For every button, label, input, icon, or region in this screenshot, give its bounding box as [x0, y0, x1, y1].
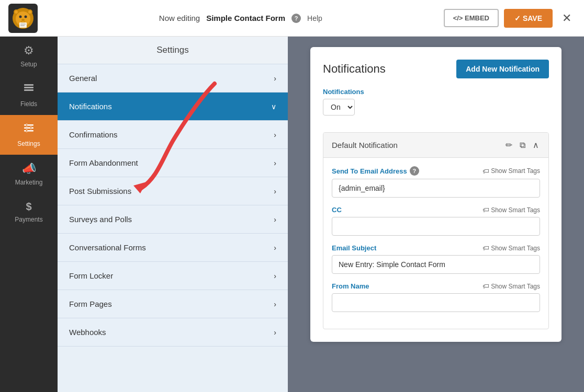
menu-item-surveys-polls[interactable]: Surveys and Polls ›: [58, 205, 288, 234]
top-bar: Now editing Simple Contact Form ? Help <…: [0, 0, 584, 37]
sidebar-item-marketing[interactable]: 📣 Marketing: [0, 155, 58, 193]
collapse-notification-button[interactable]: ∧: [532, 139, 540, 151]
copy-icon: ⧉: [520, 141, 525, 149]
sidebar-item-payments-label: Payments: [15, 216, 42, 223]
menu-item-notifications[interactable]: Notifications ∨: [58, 93, 288, 121]
menu-item-webhooks[interactable]: Webhooks ›: [58, 318, 288, 347]
webhooks-label: Webhooks: [69, 328, 106, 337]
cc-input[interactable]: [332, 217, 540, 236]
save-button[interactable]: ✓ SAVE: [504, 9, 553, 28]
send-to-email-help-icon[interactable]: ?: [410, 166, 419, 176]
general-menu-item[interactable]: General ›: [58, 64, 288, 92]
copy-notification-button[interactable]: ⧉: [519, 140, 526, 151]
svg-point-7: [25, 15, 27, 18]
form-name: Simple Contact Form: [206, 14, 285, 22]
sidebar-item-settings[interactable]: Settings: [0, 115, 58, 155]
form-pages-menu-item[interactable]: Form Pages ›: [58, 290, 288, 318]
svg-point-19: [30, 127, 32, 129]
form-pages-chevron: ›: [274, 300, 276, 308]
general-chevron: ›: [274, 74, 276, 83]
confirmations-menu-item[interactable]: Confirmations ›: [58, 121, 288, 148]
form-abandonment-label: Form Abandonment: [69, 158, 138, 167]
svg-point-3: [15, 10, 18, 14]
conversational-forms-menu-item[interactable]: Conversational Forms ›: [58, 234, 288, 261]
svg-point-4: [28, 10, 31, 14]
form-abandonment-chevron: ›: [274, 159, 276, 167]
surveys-polls-menu-item[interactable]: Surveys and Polls ›: [58, 205, 288, 233]
settings-panel: Settings General › Notifications ∨ Confi…: [58, 37, 288, 392]
cc-smart-tags[interactable]: 🏷 Show Smart Tags: [482, 206, 540, 214]
sidebar-item-settings-label: Settings: [17, 140, 40, 147]
add-notification-button[interactable]: Add New Notification: [456, 60, 549, 78]
setup-icon: ⚙: [24, 44, 34, 57]
edit-icon: ✏: [506, 141, 512, 149]
menu-item-form-pages[interactable]: Form Pages ›: [58, 290, 288, 318]
default-notification-box: Default Notification ✏ ⧉ ∧: [323, 132, 549, 329]
sidebar-item-setup[interactable]: ⚙ Setup: [0, 37, 58, 75]
email-subject-field: Email Subject 🏷 Show Smart Tags: [332, 244, 540, 274]
default-notification-header: Default Notification ✏ ⧉ ∧: [323, 133, 548, 158]
default-notification-body: Send To Email Address ? 🏷 Show Smart Tag…: [323, 158, 548, 329]
settings-title: Settings: [58, 37, 288, 64]
post-submissions-label: Post Submissions: [69, 187, 131, 195]
close-button[interactable]: ✕: [558, 9, 576, 27]
main-layout: ⚙ Setup Fields: [0, 37, 584, 392]
svg-point-20: [26, 130, 28, 132]
general-label: General: [69, 74, 97, 83]
menu-item-conversational-forms[interactable]: Conversational Forms ›: [58, 234, 288, 262]
tag-icon-1: 🏷: [482, 167, 489, 175]
email-subject-smart-tags[interactable]: 🏷 Show Smart Tags: [482, 244, 540, 252]
notifications-field-label: Notifications: [323, 88, 549, 96]
from-name-label: From Name: [332, 282, 369, 290]
menu-item-post-submissions[interactable]: Post Submissions ›: [58, 177, 288, 205]
embed-button[interactable]: </> EMBED: [444, 9, 499, 27]
help-link[interactable]: Help: [307, 14, 322, 22]
from-name-field: From Name 🏷 Show Smart Tags: [332, 282, 540, 312]
menu-item-confirmations[interactable]: Confirmations ›: [58, 121, 288, 149]
menu-item-general[interactable]: General ›: [58, 64, 288, 93]
form-locker-menu-item[interactable]: Form Locker ›: [58, 262, 288, 290]
send-to-email-smart-tags[interactable]: 🏷 Show Smart Tags: [482, 167, 540, 175]
from-name-header: From Name 🏷 Show Smart Tags: [332, 282, 540, 290]
payments-icon: $: [26, 201, 31, 213]
svg-rect-9: [19, 22, 27, 28]
notifications-toggle-field: Notifications On Off: [323, 88, 549, 124]
svg-point-8: [21, 19, 25, 21]
sidebar-item-fields[interactable]: Fields: [0, 75, 58, 115]
svg-rect-13: [24, 87, 33, 88]
menu-item-form-locker[interactable]: Form Locker ›: [58, 262, 288, 290]
logo: [8, 4, 38, 33]
close-icon: ✕: [562, 11, 571, 25]
notification-header-actions: ✏ ⧉ ∧: [504, 139, 540, 151]
embed-label: </> EMBED: [453, 14, 489, 22]
from-name-input[interactable]: [332, 293, 540, 312]
notifications-card: Notifications Add New Notification Notif…: [310, 47, 561, 342]
help-icon[interactable]: ?: [291, 14, 301, 23]
from-name-smart-tags[interactable]: 🏷 Show Smart Tags: [482, 282, 540, 290]
webhooks-menu-item[interactable]: Webhooks ›: [58, 318, 288, 346]
sidebar-item-fields-label: Fields: [20, 100, 37, 108]
send-to-email-field: Send To Email Address ? 🏷 Show Smart Tag…: [332, 166, 540, 198]
edit-notification-button[interactable]: ✏: [504, 139, 513, 151]
content-area: Notifications Add New Notification Notif…: [288, 37, 584, 392]
notifications-menu-item[interactable]: Notifications ∨: [58, 93, 288, 120]
email-subject-header: Email Subject 🏷 Show Smart Tags: [332, 244, 540, 252]
notifications-chevron: ∨: [271, 102, 276, 111]
conversational-forms-label: Conversational Forms: [69, 243, 146, 252]
webhooks-chevron: ›: [274, 328, 276, 337]
editing-info: Now editing Simple Contact Form ? Help: [38, 14, 444, 23]
send-to-email-input[interactable]: [332, 179, 540, 198]
email-subject-input[interactable]: [332, 255, 540, 274]
notifications-select[interactable]: On Off: [323, 99, 355, 116]
tag-icon-4: 🏷: [482, 282, 489, 290]
card-header: Notifications Add New Notification: [323, 60, 549, 78]
menu-item-form-abandonment[interactable]: Form Abandonment ›: [58, 149, 288, 177]
collapse-icon: ∧: [533, 141, 539, 149]
sidebar-item-marketing-label: Marketing: [15, 179, 43, 186]
form-abandonment-menu-item[interactable]: Form Abandonment ›: [58, 149, 288, 177]
sidebar-item-payments[interactable]: $ Payments: [0, 193, 58, 230]
sidebar: ⚙ Setup Fields: [0, 37, 58, 392]
post-submissions-menu-item[interactable]: Post Submissions ›: [58, 177, 288, 205]
cc-label: CC: [332, 206, 342, 214]
confirmations-label: Confirmations: [69, 130, 118, 139]
